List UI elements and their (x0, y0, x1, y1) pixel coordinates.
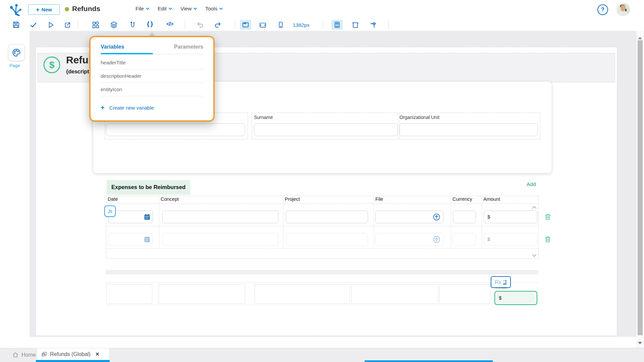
currency-input-row1[interactable] (453, 210, 476, 223)
new-button[interactable]: + New (28, 4, 60, 15)
calendar-icon[interactable] (144, 236, 151, 244)
v-scrollbar-thumb[interactable] (638, 40, 643, 335)
viewport-width-label[interactable]: 1382px (293, 22, 309, 28)
toolbar-separator (185, 21, 185, 29)
currency-input-row2[interactable] (453, 233, 476, 246)
connector-button[interactable] (129, 21, 137, 30)
delete-row-button[interactable] (544, 213, 551, 222)
toolbar-separator (78, 21, 78, 29)
column-header-date[interactable]: Date (106, 196, 159, 202)
column-header-amount[interactable]: Amount (482, 196, 538, 202)
export-button[interactable] (64, 21, 71, 30)
total-input[interactable]: $ (494, 291, 537, 305)
variable-item-entityIcon[interactable]: entityIcon (101, 86, 122, 92)
currency-symbol: $ (487, 236, 490, 242)
grid-scroll-down-icon[interactable] (532, 252, 537, 258)
filter-button[interactable] (370, 21, 377, 30)
tab-variables[interactable]: Variables (101, 44, 124, 50)
footer-cell[interactable] (106, 284, 152, 304)
phone-view-button[interactable] (277, 21, 284, 30)
menu-view-label: View (180, 6, 192, 12)
bottom-tab-bar: Home Refunds (Global) ✕ (0, 348, 644, 362)
tab-home-label: Home (21, 352, 36, 358)
project-input-row2[interactable] (286, 233, 368, 246)
menu-view[interactable]: View (180, 6, 197, 12)
chevron-down-icon (219, 8, 223, 10)
plus-icon: + (101, 104, 105, 111)
upload-icon[interactable] (433, 213, 440, 222)
palette-icon (12, 48, 21, 57)
concept-input-row1[interactable] (162, 210, 278, 223)
widgets-button[interactable] (92, 21, 100, 30)
column-header-project[interactable]: Project (283, 196, 374, 202)
page-tool-button[interactable] (8, 44, 25, 61)
redo-button[interactable] (214, 21, 221, 30)
layers-button[interactable] (110, 21, 118, 30)
grid-row-divider (106, 226, 538, 226)
add-row-link[interactable]: Add (527, 181, 536, 187)
footer-cell[interactable] (159, 284, 245, 304)
list-divider (101, 82, 204, 83)
run-play-button[interactable] (47, 21, 55, 30)
js-badge-label: Js (108, 208, 112, 214)
currency-symbol: $ (499, 295, 501, 301)
tab-home[interactable]: Home (12, 348, 36, 362)
source-code-button[interactable]: </> (166, 21, 173, 27)
file-input-row1[interactable] (375, 210, 443, 223)
rx-badge[interactable]: Rx −xa‖ (491, 276, 511, 288)
list-divider (101, 69, 204, 69)
tab-refunds-label: Refunds (Global) (50, 351, 91, 357)
help-button[interactable]: ? (597, 4, 608, 15)
scroll-down-arrow[interactable] (638, 340, 642, 346)
date-input-row2[interactable] (108, 233, 153, 246)
new-button-label: New (42, 7, 52, 12)
tab-refunds-global[interactable]: Refunds (Global) ✕ (37, 348, 109, 360)
grid-column-divider (482, 204, 482, 249)
footer-cell[interactable] (439, 284, 491, 304)
grid-scroll-up-icon[interactable] (532, 204, 537, 210)
column-header-concept[interactable]: Concept (159, 196, 283, 202)
user-avatar[interactable] (616, 3, 630, 16)
home-icon (12, 352, 19, 358)
surname-label: Surname (254, 115, 273, 120)
close-icon[interactable]: ✕ (95, 351, 100, 357)
tab-panels-icon (41, 351, 47, 357)
footer-bottom-border (106, 305, 538, 305)
footer-cell[interactable] (351, 284, 438, 304)
surname-input[interactable] (254, 123, 397, 136)
h-scrollbar-thumb[interactable] (365, 360, 493, 362)
upload-icon[interactable] (433, 236, 440, 245)
tab-parameters[interactable]: Parameters (174, 44, 203, 50)
create-new-variable-button[interactable]: + Create new variable (101, 104, 154, 111)
footer-cell[interactable] (255, 284, 350, 304)
concept-input-row2[interactable] (162, 233, 278, 246)
tablet-view-button[interactable] (259, 21, 267, 30)
undo-button[interactable] (197, 21, 204, 30)
variable-item-descriptionHeader[interactable]: descriptionHeader (101, 73, 142, 79)
menu-edit[interactable]: Edit (158, 6, 172, 12)
calendar-icon[interactable] (144, 214, 151, 222)
file-input-row2[interactable] (375, 233, 443, 246)
braces-variables-button[interactable]: { } (147, 20, 153, 27)
app-logo-icon[interactable] (9, 3, 22, 16)
plus-icon: + (36, 7, 40, 13)
validate-check-button[interactable] (30, 21, 37, 30)
amount-input-row1[interactable]: $ (484, 210, 537, 223)
project-input-row1[interactable] (286, 210, 368, 223)
column-header-currency[interactable]: Currency (451, 196, 482, 202)
chevron-down-icon (146, 8, 149, 10)
menu-tools[interactable]: Tools (205, 6, 223, 12)
js-badge[interactable]: Js (104, 205, 116, 217)
variables-popup: Variables Parameters headerTitle descrip… (89, 36, 215, 122)
variable-item-headerTitle[interactable]: headerTitle (101, 60, 126, 65)
column-header-file[interactable]: File (374, 196, 451, 202)
app-window-button[interactable] (331, 20, 343, 30)
desktop-view-button[interactable] (240, 20, 251, 30)
delete-row-button[interactable] (544, 236, 551, 244)
panel-frame-button[interactable] (352, 21, 359, 30)
menu-file[interactable]: File (136, 6, 149, 12)
save-button[interactable] (12, 21, 20, 30)
name-input[interactable] (106, 123, 245, 136)
org-unit-input[interactable] (399, 123, 538, 136)
amount-input-row2[interactable]: $ (484, 233, 537, 246)
